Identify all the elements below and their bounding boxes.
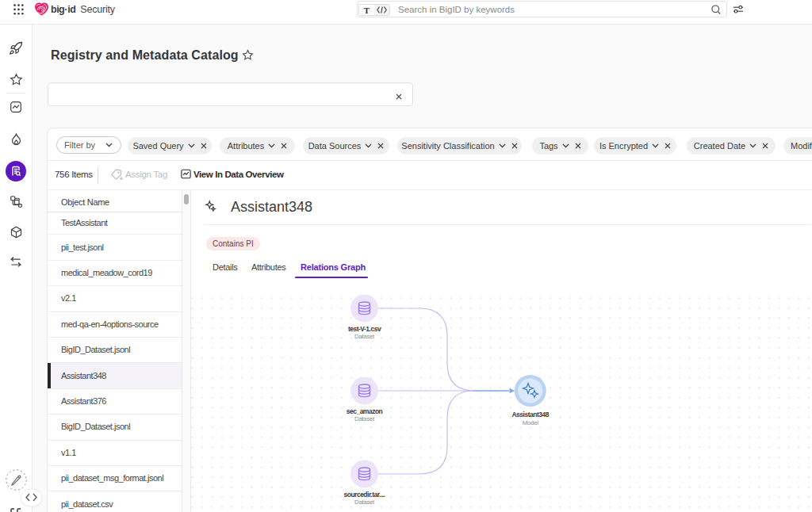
svg-text:Assistant348: Assistant348 bbox=[511, 411, 549, 418]
svg-text:Dataset: Dataset bbox=[354, 333, 375, 340]
svg-text:Dataset: Dataset bbox=[354, 499, 375, 506]
svg-text:sourcedir.tar....: sourcedir.tar.... bbox=[344, 491, 385, 499]
svg-text:sec_amazon: sec_amazon bbox=[347, 407, 383, 415]
svg-text:test-V-1.csv: test-V-1.csv bbox=[348, 325, 381, 333]
svg-text:Dataset: Dataset bbox=[354, 415, 375, 422]
svg-text:Model: Model bbox=[523, 419, 538, 426]
